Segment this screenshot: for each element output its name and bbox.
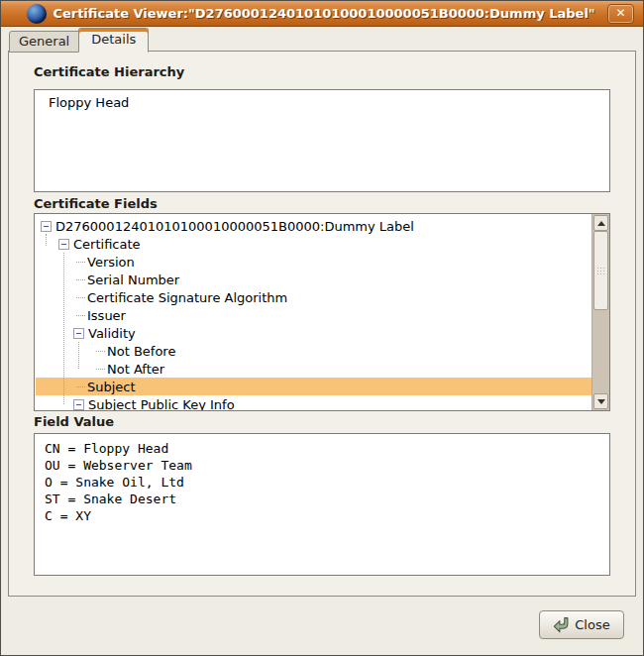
scrollbar-thumb[interactable] xyxy=(593,231,608,310)
field-value-line: OU = Webserver Team xyxy=(45,457,609,474)
collapse-expander-icon[interactable] xyxy=(41,221,52,232)
details-panel: Certificate Hierarchy Floppy Head Certif… xyxy=(8,51,636,597)
window-title: Certificate Viewer:"D2760001240101010001… xyxy=(47,6,601,21)
tree-row-subject-public-key-info[interactable]: Subject Public Key Info xyxy=(36,395,591,411)
field-value-box: CN = Floppy Head OU = Webserver Team O =… xyxy=(34,433,610,576)
close-arrow-icon xyxy=(553,616,570,633)
collapse-expander-icon[interactable] xyxy=(58,239,69,250)
tree-guide-line xyxy=(78,342,79,369)
tab-general[interactable]: General xyxy=(9,31,79,53)
tree-branch-line xyxy=(76,315,85,316)
tree-row-label: Not After xyxy=(107,362,164,377)
arrow-down-icon xyxy=(597,399,605,404)
tab-bar: General Details xyxy=(1,27,643,52)
arrow-up-icon xyxy=(597,221,605,226)
scroll-up-button[interactable] xyxy=(593,215,608,231)
tree-row-label: Validity xyxy=(88,326,136,341)
tree-scrollbar[interactable] xyxy=(591,214,609,410)
scroll-down-button[interactable] xyxy=(593,393,608,409)
tree-row-version[interactable]: Version xyxy=(36,253,591,271)
certificate-fields-tree[interactable]: D27600012401010100010000051B0000:Dummy L… xyxy=(34,213,610,411)
tree-row-label: Certificate xyxy=(73,237,141,252)
tree-row-certificate[interactable]: Certificate xyxy=(36,235,591,253)
tree-row-issuer[interactable]: Issuer xyxy=(36,306,591,324)
tree-row-label: Subject Public Key Info xyxy=(88,397,235,412)
certificate-fields-label: Certificate Fields xyxy=(34,196,158,211)
certificate-hierarchy-label: Certificate Hierarchy xyxy=(34,64,184,79)
tree-content: D27600012401010100010000051B0000:Dummy L… xyxy=(36,214,591,410)
scrollbar-track[interactable] xyxy=(593,231,608,393)
titlebar[interactable]: Certificate Viewer:"D2760001240101010001… xyxy=(1,1,643,27)
hierarchy-item[interactable]: Floppy Head xyxy=(49,95,609,110)
window-close-button[interactable]: ✕ xyxy=(607,4,634,24)
field-value-label: Field Value xyxy=(34,414,114,429)
tree-row-label: Certificate Signature Algorithm xyxy=(87,290,287,305)
tree-row-cert-signature-algorithm[interactable]: Certificate Signature Algorithm xyxy=(36,288,591,306)
collapse-expander-icon[interactable] xyxy=(73,328,84,339)
tree-row-not-after[interactable]: Not After xyxy=(36,360,591,378)
tree-row-validity[interactable]: Validity xyxy=(36,324,591,342)
field-value-line: O = Snake Oil, Ltd xyxy=(45,474,609,491)
collapse-expander-icon[interactable] xyxy=(73,399,84,410)
certificate-hierarchy-list[interactable]: Floppy Head xyxy=(34,89,610,192)
field-value-line: ST = Snake Desert xyxy=(45,491,609,507)
tree-guide-line xyxy=(46,234,47,246)
tab-details[interactable]: Details xyxy=(78,28,149,53)
tree-branch-line xyxy=(96,369,105,370)
tree-branch-line xyxy=(76,386,85,387)
close-icon: ✕ xyxy=(615,6,625,20)
tree-row-not-before[interactable]: Not Before xyxy=(36,342,591,360)
tree-row-label: Version xyxy=(87,255,135,270)
field-value-line: C = XY xyxy=(45,507,609,524)
tree-row-subject[interactable]: Subject xyxy=(36,378,591,395)
certificate-viewer-window: Certificate Viewer:"D2760001240101010001… xyxy=(0,0,644,656)
close-button-label: Close xyxy=(575,617,609,632)
field-value-line: CN = Floppy Head xyxy=(45,440,609,457)
tree-branch-line xyxy=(96,351,105,352)
tree-row-serial-number[interactable]: Serial Number xyxy=(36,271,591,288)
tree-row-label: Subject xyxy=(87,380,136,394)
tree-row-root[interactable]: D27600012401010100010000051B0000:Dummy L… xyxy=(36,217,591,235)
close-button[interactable]: Close xyxy=(539,610,624,639)
tree-row-label: Serial Number xyxy=(87,273,179,287)
tree-row-label: Issuer xyxy=(87,308,126,323)
tree-branch-line xyxy=(76,279,85,280)
thumb-grip-icon xyxy=(596,267,605,275)
globe-icon xyxy=(27,4,47,24)
tree-branch-line xyxy=(76,262,85,263)
tree-branch-line xyxy=(76,297,85,298)
tree-row-label: D27600012401010100010000051B0000:Dummy L… xyxy=(55,219,414,234)
tree-guide-line xyxy=(63,253,64,404)
tree-row-label: Not Before xyxy=(107,344,175,359)
